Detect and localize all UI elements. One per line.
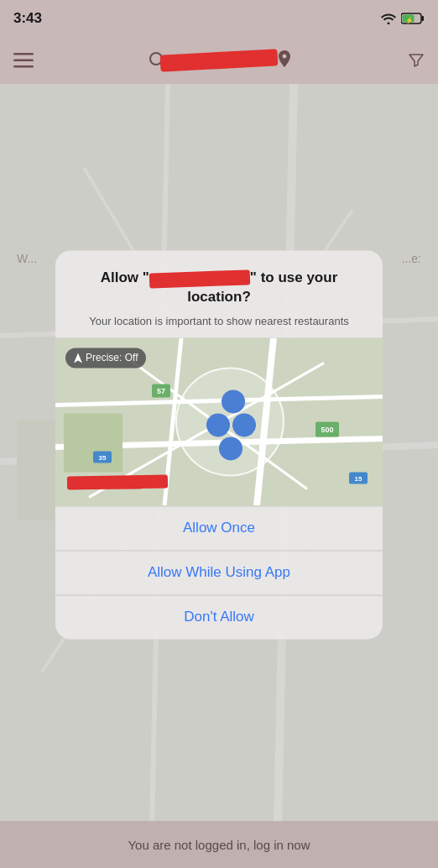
svg-rect-1 [422, 16, 425, 21]
svg-rect-4 [13, 53, 34, 55]
location-dot-3 [206, 413, 230, 437]
location-dot-4 [219, 437, 242, 460]
allow-while-using-button[interactable]: Allow While Using App [55, 550, 383, 594]
app-name-redacted [160, 52, 278, 69]
dialog-title: Allow "" to use your location? [72, 269, 366, 307]
location-pin-icon[interactable] [276, 50, 293, 71]
wifi-icon [381, 13, 396, 24]
status-time: 3:43 [13, 10, 42, 27]
map-preview: 57 500 35 15 Precise: Off [55, 337, 383, 505]
status-bar: 3:43 ⚡ [0, 0, 438, 37]
menu-icon[interactable] [13, 53, 34, 68]
svg-rect-30 [64, 413, 123, 472]
main-content: 57 500 15 W... ...e: Allow "" to use you… [0, 84, 438, 868]
bg-text-right: ...e: [402, 252, 421, 265]
navigation-arrow-icon [74, 353, 82, 363]
svg-text:⚡: ⚡ [405, 16, 414, 24]
bottom-notification-text: You are not logged in, log in now [128, 838, 310, 852]
app-name-redacted-dialog [149, 269, 251, 288]
precise-badge-label: Precise: Off [86, 352, 138, 363]
location-dot-2 [232, 413, 256, 437]
dialog-subtitle: Your location is important to show neare… [72, 314, 366, 329]
location-dot-1 [222, 390, 245, 414]
map-redacted-text-2 [67, 477, 143, 489]
svg-text:35: 35 [99, 454, 107, 462]
svg-rect-5 [13, 60, 34, 62]
svg-text:15: 15 [355, 475, 362, 483]
permission-dialog: Allow "" to use your location? Your loca… [55, 250, 383, 639]
bg-text-left: W... [17, 252, 37, 265]
location-circle [175, 367, 284, 476]
bottom-notification[interactable]: You are not logged in, log in now [0, 821, 438, 868]
allow-once-button[interactable]: Allow Once [55, 505, 383, 550]
dialog-buttons: Allow Once Allow While Using App Don't A… [55, 505, 383, 639]
svg-text:57: 57 [157, 387, 165, 395]
filter-icon[interactable] [408, 53, 425, 68]
app-header [0, 37, 438, 84]
svg-rect-6 [13, 65, 34, 68]
svg-text:500: 500 [321, 426, 333, 434]
dont-allow-button[interactable]: Don't Allow [55, 594, 383, 639]
battery-icon: ⚡ [401, 13, 425, 24]
status-icons: ⚡ [381, 13, 425, 24]
svg-marker-39 [74, 353, 82, 363]
precise-off-badge[interactable]: Precise: Off [65, 348, 146, 368]
dialog-header: Allow "" to use your location? Your loca… [55, 250, 383, 337]
